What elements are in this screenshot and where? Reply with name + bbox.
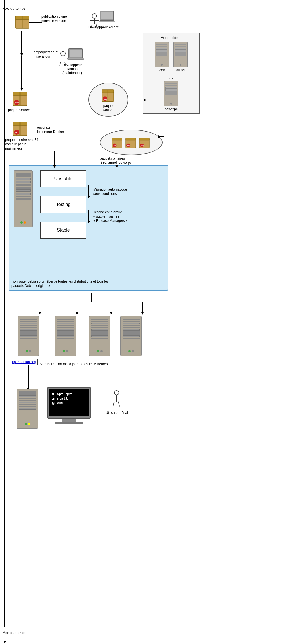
- promotion-label: Testing est promue « stable » par les « …: [93, 210, 128, 223]
- svg-text:DEB: DEB: [15, 132, 19, 134]
- unstable-box: Unstable: [40, 170, 86, 187]
- local-server: [17, 389, 38, 429]
- svg-marker-45: [141, 312, 144, 315]
- upstream-arrow-h: [29, 22, 42, 23]
- time-axis-bottom-label: Axe du temps: [3, 631, 26, 635]
- mirror-server-1: [18, 316, 39, 356]
- arrow-down-2: [21, 56, 22, 88]
- ftp-master-box: Unstable Testing Stable Migration automa…: [9, 165, 168, 291]
- arrow-to-unstable: [54, 151, 55, 166]
- arrow-down-1: [21, 31, 22, 54]
- migration-arrow-1: [88, 185, 89, 196]
- send-label: envoi sur le serveur Debian: [37, 125, 64, 134]
- svg-rect-16: [108, 90, 108, 101]
- svg-text:DEB: DEB: [104, 98, 107, 100]
- svg-rect-24: [126, 138, 136, 140]
- svg-marker-41: [76, 312, 78, 315]
- source-package-icon: DEB: [12, 90, 29, 108]
- testing-box: Testing: [40, 196, 86, 213]
- time-axis-top: Axe du temps: [3, 0, 26, 11]
- svg-marker-39: [38, 312, 41, 315]
- ftp-mirror-hostname[interactable]: ftp.fr.debian.org: [10, 359, 38, 365]
- main-diagram: Axe du temps publication d'une nouvelle …: [0, 0, 206, 644]
- upstream-developer-label: Développeur Amont: [88, 25, 118, 29]
- upstream-developer: Développeur Amont: [88, 11, 118, 29]
- svg-text:DEB: DEB: [127, 145, 130, 146]
- svg-rect-6: [19, 92, 21, 105]
- svg-marker-35: [115, 165, 118, 168]
- svg-text:DEB: DEB: [114, 145, 116, 146]
- terminal-command: # apt-get install gnome: [49, 389, 89, 416]
- binary-packages-ellipse: DEB DEB DEB: [100, 130, 163, 155]
- binary-to-ftp-arrow: [106, 154, 128, 169]
- autobuilder-armel-label: armel: [176, 68, 185, 72]
- autobuilders-title: Autobuilders: [145, 36, 197, 40]
- autobuilders-box: Autobuilders i386: [143, 33, 200, 114]
- time-axis-top-label: Axe du temps: [3, 6, 26, 11]
- binary-package-label: paquet binaire amd64 compilé par le main…: [5, 138, 38, 150]
- arrows-to-mirrors: [17, 293, 165, 316]
- ftp-master-server: [14, 170, 33, 227]
- svg-text:DEB: DEB: [15, 102, 19, 104]
- terminal-monitor: # apt-get install gnome: [47, 387, 91, 424]
- end-user-label: Utilisateur final: [106, 411, 128, 415]
- publication-label: publication d'une nouvelle version: [41, 14, 67, 23]
- migration-label: Migration automatique sous conditions: [93, 187, 127, 196]
- svg-rect-20: [112, 138, 122, 140]
- svg-rect-11: [19, 122, 21, 135]
- main-axis-line: [4, 0, 5, 627]
- arrow-to-autobuilders: [128, 100, 144, 100]
- svg-rect-3: [22, 16, 23, 28]
- autobuilder-to-binary-arrow: [158, 108, 170, 142]
- ftp-master-description: ftp-master.debian.org héberge toutes les…: [11, 279, 109, 288]
- end-user: Utilisateur final: [106, 390, 128, 415]
- svg-marker-43: [110, 312, 113, 315]
- arrow-to-local: [28, 365, 29, 388]
- time-axis-bottom: Axe du temps: [3, 631, 26, 641]
- svg-text:DEB: DEB: [141, 145, 144, 146]
- mirrors-description: Miroirs Debian mis à jour toutes les 6 h…: [40, 362, 108, 366]
- distro-boxes: Unstable Testing Stable: [40, 170, 86, 239]
- stable-box: Stable: [40, 222, 86, 239]
- migration-arrow-2: [88, 210, 89, 221]
- mirror-server-3: [89, 316, 110, 356]
- autobuilder-i386-label: i386: [159, 68, 165, 72]
- source-package-label: paquet source: [8, 108, 30, 112]
- debian-developer: Développeur Debian (mainteneur): [60, 48, 84, 75]
- autobuilder-ellipsis: ...: [145, 75, 197, 80]
- upstream-package-icon: [14, 14, 30, 30]
- debian-dev-label-action: empaquetage et mise à jour: [34, 50, 58, 58]
- svg-marker-33: [158, 135, 161, 138]
- mirror-server-2: [55, 316, 76, 356]
- binary-package-icon: DEB: [12, 120, 29, 138]
- mirror-server-4: [120, 316, 142, 356]
- source-package-ellipse: DEB paquet source: [88, 83, 128, 117]
- svg-rect-28: [139, 138, 149, 140]
